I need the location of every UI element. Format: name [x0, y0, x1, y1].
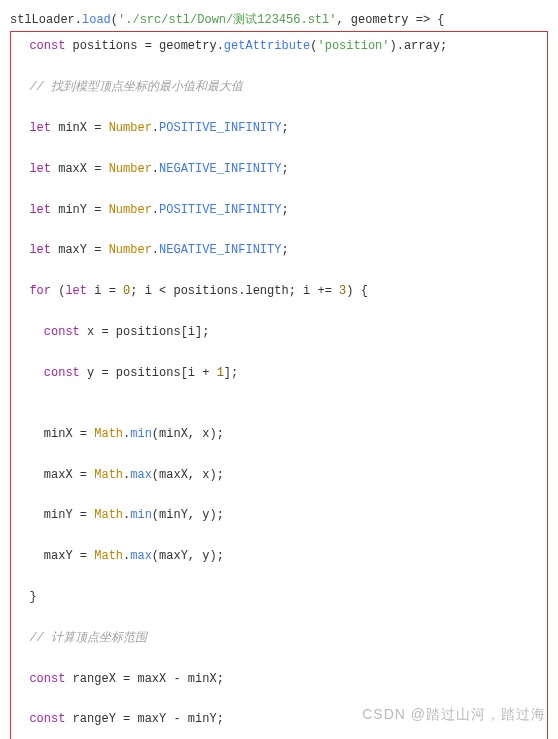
highlighted-code-box: const positions = geometry.getAttribute(…: [10, 31, 548, 739]
watermark: CSDN @踏过山河，踏过海: [362, 703, 546, 727]
code-block: stlLoader.load('./src/stl/Down/测试123456.…: [10, 10, 548, 739]
